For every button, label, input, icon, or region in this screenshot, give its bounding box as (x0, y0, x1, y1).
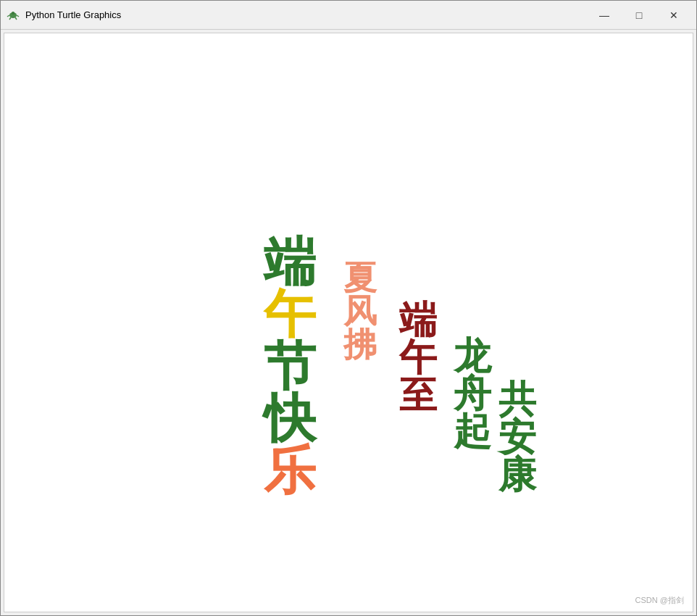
window-title: Python Turtle Graphics (25, 9, 588, 20)
maximize-button[interactable]: □ (622, 4, 656, 27)
char-pian-1: 拂 (343, 328, 377, 362)
text-group-duanwuzhi: 端 午 至 (399, 301, 437, 415)
svg-line-5 (15, 17, 17, 20)
svg-point-1 (12, 12, 14, 14)
char-jie-1: 节 (264, 341, 316, 393)
canvas-area: 端 午 节 快 乐 夏 风 拂 端 午 至 龙 舟 起 共 安 康 (4, 33, 693, 612)
char-long-1: 龙 (454, 338, 491, 375)
char-duan-1: 端 (264, 236, 316, 288)
app-window: Python Turtle Graphics — □ ✕ 端 午 节 快 乐 夏… (0, 0, 697, 616)
window-controls: — □ ✕ (588, 4, 690, 27)
char-le-1: 乐 (264, 445, 316, 497)
text-group-xiafengfu: 夏 风 拂 (343, 262, 377, 362)
turtle-icon (7, 9, 20, 22)
char-zhou-1: 舟 (454, 375, 491, 413)
svg-line-4 (9, 17, 11, 20)
minimize-button[interactable]: — (588, 4, 621, 27)
svg-line-2 (7, 15, 9, 17)
char-kang-1: 康 (498, 457, 536, 494)
char-feng-1: 风 (343, 295, 377, 328)
char-gong-1: 共 (498, 381, 536, 419)
text-group-gongankang: 共 安 康 (498, 381, 536, 494)
char-kuai-1: 快 (264, 393, 316, 445)
char-zhi-1: 至 (399, 377, 437, 415)
title-bar: Python Turtle Graphics — □ ✕ (1, 1, 696, 30)
char-xia-1: 夏 (343, 262, 377, 295)
watermark: CSDN @指剑 (635, 595, 684, 606)
char-an-1: 安 (498, 419, 536, 457)
char-duan-2: 端 (399, 301, 437, 339)
close-button[interactable]: ✕ (657, 4, 690, 27)
text-group-duanwujiekuaile: 端 午 节 快 乐 (264, 236, 316, 497)
char-wu-1: 午 (264, 288, 316, 341)
char-wu-2: 午 (399, 339, 437, 377)
char-qi-1: 起 (454, 413, 491, 451)
text-group-longzhouqi: 龙 舟 起 (454, 338, 491, 451)
svg-line-3 (17, 15, 19, 17)
